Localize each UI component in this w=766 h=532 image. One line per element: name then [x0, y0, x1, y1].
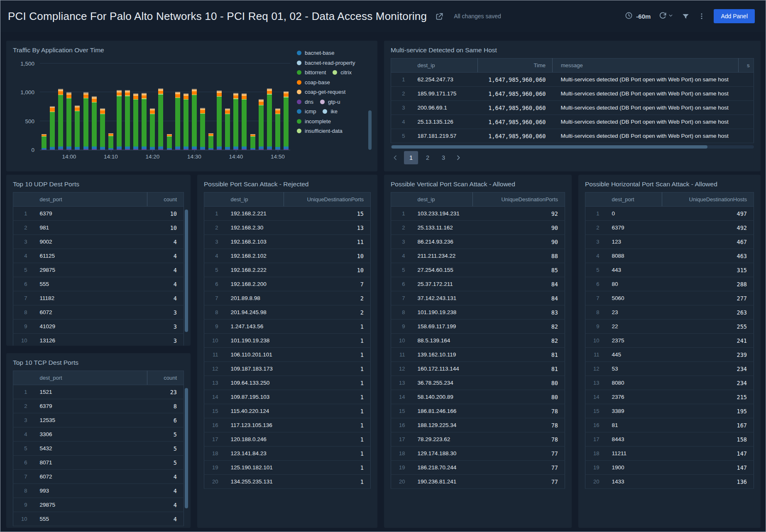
- table-row[interactable]: 162.254.247.731,647,985,960,060Multi-ser…: [391, 73, 754, 87]
- table-row[interactable]: 1681167: [585, 418, 754, 432]
- table-row[interactable]: 178443158: [585, 432, 754, 447]
- table-row[interactable]: 1192.168.2.22115: [204, 207, 371, 221]
- v-scrollbar-thumb[interactable]: [185, 210, 188, 332]
- table-row[interactable]: 191900147: [585, 461, 754, 475]
- table-row[interactable]: 102375241: [585, 334, 754, 348]
- chart-bar[interactable]: [208, 133, 213, 150]
- table-row[interactable]: 15115.40.220.1241: [204, 404, 371, 418]
- table-row[interactable]: 10101.190.19.2381: [204, 334, 371, 348]
- table-row[interactable]: 91.247.143.561: [204, 320, 371, 334]
- table-row[interactable]: 1336.78.255.23480: [391, 376, 565, 390]
- table-row[interactable]: 1103.233.194.23192: [391, 207, 565, 221]
- table-row[interactable]: 680715: [13, 456, 184, 470]
- page-button-3[interactable]: 3: [437, 151, 450, 164]
- table-row[interactable]: 1637910: [13, 207, 184, 221]
- table-row[interactable]: 760724: [13, 470, 184, 484]
- table-row[interactable]: 680288: [585, 277, 754, 291]
- legend-item[interactable]: insufficient-data: [297, 128, 343, 134]
- table-row[interactable]: 6192.168.2.2007: [204, 277, 371, 291]
- table-row[interactable]: 10131263: [13, 334, 184, 346]
- table-row[interactable]: 7111824: [13, 291, 184, 305]
- table-row[interactable]: 1811211147: [585, 447, 754, 461]
- table-row[interactable]: 8201.94.245.982: [204, 305, 371, 320]
- kebab-menu-icon[interactable]: [698, 12, 705, 20]
- add-panel-button[interactable]: Add Panel: [714, 9, 755, 23]
- table-row[interactable]: 2192.168.2.3013: [204, 221, 371, 235]
- table-row[interactable]: 11445239: [585, 348, 754, 362]
- table-row[interactable]: 17120.188.0.2461: [204, 432, 371, 447]
- chart-bar[interactable]: [167, 134, 172, 150]
- table-row[interactable]: 48088463: [585, 249, 754, 263]
- table-row[interactable]: 105554: [13, 512, 184, 526]
- table-row[interactable]: 65554: [13, 277, 184, 291]
- table-row[interactable]: 527.254.60.15585: [391, 263, 565, 277]
- h-scrollbar-thumb[interactable]: [392, 145, 707, 149]
- table-row[interactable]: 11106.110.201.1011: [204, 348, 371, 362]
- table-row[interactable]: 4611254: [13, 249, 184, 263]
- chart-bar[interactable]: [217, 90, 222, 150]
- table-row[interactable]: 13109.64.133.2501: [204, 376, 371, 390]
- legend-item[interactable]: gtp-u: [320, 99, 340, 105]
- table-row[interactable]: 8101.190.19.23883: [391, 305, 565, 320]
- chart-bar[interactable]: [100, 108, 105, 150]
- table-row[interactable]: 9410293: [13, 320, 184, 334]
- legend-item[interactable]: coap-base: [297, 79, 330, 85]
- table-row[interactable]: 153389195: [585, 404, 754, 418]
- table-row[interactable]: 298110: [13, 221, 184, 235]
- prev-page-icon[interactable]: [390, 151, 401, 164]
- table-row[interactable]: 19125.190.182.1011: [204, 461, 371, 475]
- chart-bar[interactable]: [200, 108, 205, 150]
- table-row[interactable]: 20134.255.235.1311: [204, 475, 371, 489]
- table-row[interactable]: 15186.81.246.16678: [391, 404, 565, 418]
- table-row[interactable]: 922255: [585, 320, 754, 334]
- table-row[interactable]: 19186.218.70.24477: [391, 461, 565, 475]
- table-row[interactable]: 9298754: [13, 498, 184, 512]
- page-button-2[interactable]: 2: [421, 151, 434, 164]
- table-row[interactable]: 1088.5.139.16482: [391, 334, 565, 348]
- chart-bar[interactable]: [225, 108, 230, 150]
- table-row[interactable]: 737.142.243.13184: [391, 291, 565, 305]
- page-button-1[interactable]: 1: [404, 151, 418, 164]
- legend-item[interactable]: bittorrent: [297, 69, 326, 76]
- table-row[interactable]: 4211.211.234.2288: [391, 249, 565, 263]
- chart-bar[interactable]: [242, 93, 247, 150]
- table-row[interactable]: 10497: [585, 207, 754, 221]
- legend-item[interactable]: citrix: [333, 69, 352, 76]
- chart-bar[interactable]: [233, 93, 238, 150]
- table-row[interactable]: 3192.168.2.10311: [204, 235, 371, 249]
- share-icon[interactable]: [435, 12, 444, 21]
- legend-item[interactable]: bacnet-base: [297, 50, 335, 56]
- legend-item[interactable]: incomplete: [297, 118, 331, 124]
- table-row[interactable]: 18129.174.188.3077: [391, 447, 565, 461]
- chart-bar[interactable]: [108, 133, 113, 150]
- chart-bar[interactable]: [150, 108, 155, 150]
- table-row[interactable]: 12109.187.183.1731: [204, 362, 371, 376]
- legend-scrollbar[interactable]: [368, 110, 372, 150]
- filter-icon[interactable]: [682, 12, 690, 20]
- chart-bar[interactable]: [267, 88, 272, 150]
- chart-bar[interactable]: [158, 88, 163, 150]
- chart-bar[interactable]: [66, 92, 71, 150]
- chart-bar[interactable]: [75, 105, 80, 150]
- chart-bar[interactable]: [175, 92, 180, 150]
- table-row[interactable]: 5298754: [13, 263, 184, 277]
- table-row[interactable]: 2185.99.171.1751,647,985,960,060Multi-se…: [391, 87, 754, 101]
- chart-bar[interactable]: [50, 106, 55, 150]
- table-row[interactable]: 18123.141.84.231: [204, 447, 371, 461]
- table-row[interactable]: 263798: [13, 399, 184, 413]
- table-row[interactable]: 89934: [13, 484, 184, 498]
- table-row[interactable]: 4192.168.2.10210: [204, 249, 371, 263]
- chart-bar[interactable]: [125, 90, 130, 150]
- table-row[interactable]: 3123467: [585, 235, 754, 249]
- table-row[interactable]: 625.37.172.21184: [391, 277, 565, 291]
- chart-bar[interactable]: [83, 92, 88, 150]
- legend-item[interactable]: ike: [323, 108, 338, 115]
- table-row[interactable]: 860723: [13, 305, 184, 320]
- chart-bar[interactable]: [92, 96, 97, 150]
- table-row[interactable]: 5443315: [585, 263, 754, 277]
- chart-bar[interactable]: [184, 93, 188, 150]
- table-row[interactable]: 142376215: [585, 390, 754, 404]
- table-row[interactable]: 138080234: [585, 376, 754, 390]
- table-row[interactable]: 14109.87.195.1031: [204, 390, 371, 404]
- table-row[interactable]: 16188.129.225.3478: [391, 418, 565, 432]
